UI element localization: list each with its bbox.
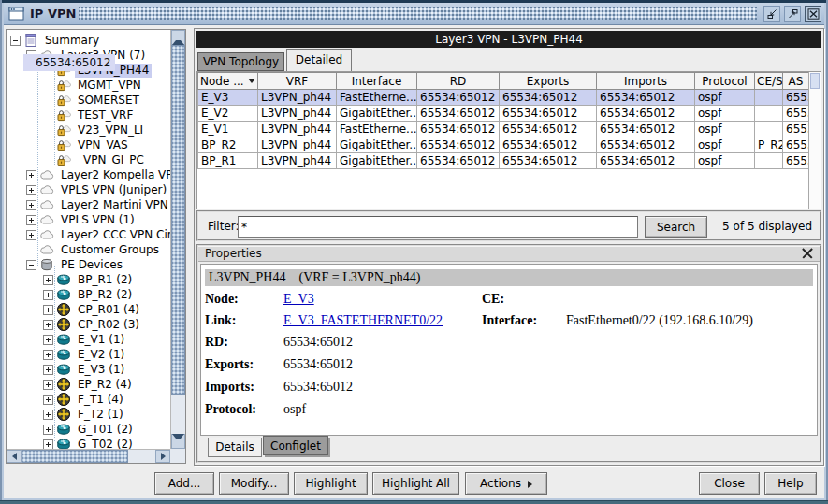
- tree-item[interactable]: EP_R2 (4): [7, 377, 170, 392]
- tree-item[interactable]: VPN_VAS: [7, 137, 170, 152]
- tree-item[interactable]: PE Devices: [7, 257, 170, 272]
- tree-item[interactable]: SOMERSET: [7, 93, 170, 108]
- expander-collapse-icon[interactable]: [10, 36, 21, 46]
- tab-configlet[interactable]: Configlet: [263, 436, 328, 455]
- tree-item[interactable]: E_V1 (1): [7, 332, 170, 347]
- tree-item[interactable]: Customer Groups: [7, 242, 170, 257]
- iconify-icon[interactable]: [763, 6, 780, 22]
- tree-item[interactable]: _VPN_GI_PC: [7, 152, 170, 167]
- tree-item[interactable]: CP_R01 (4): [7, 302, 170, 317]
- title-bar[interactable]: IP VPN: [4, 3, 824, 25]
- expander-expand-icon[interactable]: [43, 365, 53, 375]
- expander-expand-icon[interactable]: [43, 380, 53, 390]
- search-button[interactable]: Search: [645, 216, 707, 238]
- filter-input[interactable]: [238, 216, 638, 238]
- scroll-down-icon[interactable]: [171, 434, 185, 449]
- expander-expand-icon[interactable]: [26, 200, 36, 210]
- column-header-vrf[interactable]: VRF: [258, 73, 337, 90]
- tree-item[interactable]: G_T02 (2): [7, 437, 170, 449]
- expander-expand-icon[interactable]: [43, 439, 53, 450]
- scroll-right-icon[interactable]: [155, 450, 170, 463]
- table-row[interactable]: E_V1L3VPN_ph44FastEtherne...65534:650126…: [198, 122, 809, 137]
- tree-horizontal-scrollbar[interactable]: [7, 449, 170, 463]
- vertical-scroll-thumb[interactable]: [171, 45, 185, 395]
- column-header-node[interactable]: Node ...: [198, 73, 258, 90]
- column-header-imports[interactable]: Imports: [597, 73, 695, 90]
- close-icon[interactable]: [802, 248, 813, 259]
- cell: 65534:65012: [417, 90, 500, 106]
- tree-item[interactable]: Summary: [7, 33, 170, 48]
- table-scroll-thumb[interactable]: [810, 73, 820, 89]
- tree-item[interactable]: TEST_VRF: [7, 108, 170, 122]
- expander-collapse-icon[interactable]: [26, 260, 36, 270]
- tree-item[interactable]: VPLS VPN (1): [7, 212, 170, 227]
- horizontal-scroll-thumb[interactable]: [22, 450, 128, 463]
- expander-expand-icon[interactable]: [43, 275, 53, 285]
- actions-menu-button[interactable]: Actions: [465, 472, 547, 495]
- close-button[interactable]: Close: [699, 472, 760, 495]
- scrollbar-corner: [170, 449, 185, 463]
- tree-item[interactable]: E_V2 (1): [7, 347, 170, 362]
- column-header-protocol[interactable]: Protocol: [695, 73, 755, 90]
- table-row-selected[interactable]: E_V3L3VPN_ph44FastEtherne...65534:650126…: [198, 90, 809, 106]
- expander-expand-icon[interactable]: [26, 185, 36, 195]
- tree-item[interactable]: MGMT_VPN: [7, 78, 170, 93]
- expander-expand-icon[interactable]: [26, 230, 36, 240]
- tree-item[interactable]: Layer2 CCC VPN Circ: [7, 227, 170, 242]
- column-header-ce[interactable]: CE/S...: [755, 73, 783, 90]
- scroll-left-icon[interactable]: [7, 450, 22, 463]
- maximize-icon[interactable]: [784, 6, 801, 22]
- add-button[interactable]: Add...: [154, 472, 214, 495]
- expander-expand-icon[interactable]: [26, 170, 36, 180]
- column-header-exports[interactable]: Exports: [500, 73, 597, 90]
- tree-item[interactable]: VPLS VPN (Juniper) (: [7, 182, 170, 197]
- highlight-all-button[interactable]: Highlight All: [372, 472, 459, 495]
- column-header-as[interactable]: AS: [783, 73, 809, 90]
- cell: E_V3: [198, 90, 258, 106]
- table-vertical-scrollbar[interactable]: [808, 72, 821, 209]
- expander-expand-icon[interactable]: [26, 215, 36, 225]
- expander-expand-icon[interactable]: [43, 290, 53, 300]
- tree-item-label: CP_R01 (4): [75, 303, 142, 317]
- close-icon[interactable]: [805, 6, 821, 22]
- tab-detailed[interactable]: Detailed: [286, 49, 352, 71]
- column-header-rd[interactable]: RD: [417, 73, 500, 90]
- scroll-up-icon[interactable]: [171, 30, 185, 45]
- cell: 65534: [783, 153, 809, 169]
- expander-expand-icon[interactable]: [43, 425, 53, 435]
- table-row[interactable]: BP_R2L3VPN_ph44GigabitEther...65534:6501…: [198, 137, 809, 153]
- tree-item[interactable]: V23_VPN_LI: [7, 122, 170, 137]
- tree-item[interactable]: E_V3 (1): [7, 362, 170, 377]
- tree-item[interactable]: Layer2 Kompella VPN: [7, 167, 170, 182]
- tree-item[interactable]: CP_R02 (3): [7, 317, 170, 332]
- highlight-button[interactable]: Highlight: [294, 472, 368, 495]
- switch-icon: [56, 377, 72, 392]
- help-button[interactable]: Help: [764, 472, 817, 495]
- expander-expand-icon[interactable]: [43, 350, 53, 360]
- tree-item[interactable]: Layer2 Martini VPN C: [7, 197, 170, 212]
- expander-expand-icon[interactable]: [43, 410, 53, 420]
- column-header-interface[interactable]: Interface: [337, 73, 417, 90]
- cell: GigabitEther...: [337, 137, 417, 153]
- cell: ospf: [695, 106, 755, 122]
- tree-item[interactable]: F_T2 (1): [7, 407, 170, 422]
- detail-panel: Layer3 VPN - L3VPN_PH44 VPN Topology Det…: [194, 28, 824, 466]
- expander-expand-icon[interactable]: [43, 305, 53, 315]
- tree-item[interactable]: G_T01 (2): [7, 422, 170, 437]
- tree-item[interactable]: F_T1 (4): [7, 392, 170, 407]
- table-row[interactable]: E_V2L3VPN_ph44GigabitEther...65534:65012…: [198, 106, 809, 122]
- expander-expand-icon[interactable]: [43, 335, 53, 345]
- table-row[interactable]: BP_R1L3VPN_ph44GigabitEther...65534:6501…: [198, 153, 809, 169]
- tree-item[interactable]: BP_R1 (2): [7, 272, 170, 287]
- tab-vpn-topology[interactable]: VPN Topology: [197, 52, 284, 71]
- cell: 65534:65012: [417, 153, 500, 169]
- tab-details[interactable]: Details: [208, 438, 262, 457]
- expander-expand-icon[interactable]: [43, 320, 53, 330]
- tree-vertical-scrollbar[interactable]: [170, 30, 185, 449]
- expander-expand-icon[interactable]: [43, 395, 53, 405]
- node-link[interactable]: E_V3: [283, 290, 314, 309]
- modify-button[interactable]: Modify...: [219, 472, 289, 495]
- tree-item[interactable]: BP_R2 (2): [7, 287, 170, 302]
- cell: P_R2: [755, 137, 783, 153]
- link-link[interactable]: E_V3_FASTETHERNET0/22: [283, 311, 443, 330]
